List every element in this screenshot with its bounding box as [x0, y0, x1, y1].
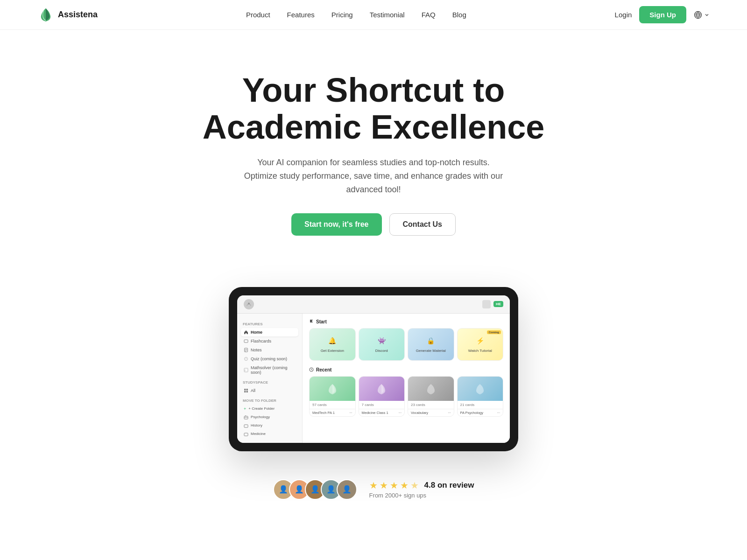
language-selector[interactable]	[694, 11, 710, 19]
discord-icon: 👾	[376, 336, 387, 346]
signup-button[interactable]: Sign Up	[639, 6, 686, 23]
card-thumb-teal	[458, 377, 503, 401]
svg-rect-12	[244, 416, 248, 419]
nav-testimonial[interactable]: Testimonial	[370, 11, 405, 19]
svg-text:?: ?	[246, 357, 247, 360]
more-icon-psych[interactable]: ···	[497, 411, 500, 415]
app-screenshot-wrapper: HE Features Home Flashcards	[0, 287, 747, 451]
study-card-vocabulary[interactable]: 23 cards Vocabulary ···	[408, 376, 454, 417]
logo-text: Assistena	[58, 10, 98, 20]
logo[interactable]: Assistena	[37, 7, 98, 23]
card-footer-vocabulary: Vocabulary ···	[408, 409, 454, 416]
user-badge: HE	[493, 301, 503, 307]
tablet-frame: HE Features Home Flashcards	[229, 287, 518, 451]
flag-icon	[309, 319, 314, 324]
star-4: ★	[400, 480, 409, 491]
reviews-wrapper: 👤 👤 👤 👤 👤 ★ ★ ★ ★ ★ 4.8 on review From 2…	[273, 479, 474, 500]
leaf-icon-green	[326, 382, 339, 395]
recent-section-header: Recent	[309, 367, 503, 372]
watch-tutorial-card[interactable]: Coming ⚡ Watch Tutorial	[457, 328, 504, 361]
logo-icon	[37, 7, 54, 23]
study-card-psychology[interactable]: 21 cards PA Psychology ···	[457, 376, 504, 417]
nav-links: Product Features Pricing Testimonial FAQ…	[246, 11, 466, 19]
get-extension-card[interactable]: 🔔 Get Extension	[309, 328, 356, 361]
leaf-icon-purple	[375, 382, 388, 395]
nav-actions: Login Sign Up	[615, 6, 710, 23]
svg-rect-9	[247, 389, 248, 391]
app-main-area: Start 🔔 Get Extension 👾 Discord 🔒	[303, 314, 510, 443]
leaf-icon-teal	[473, 382, 486, 395]
globe-icon	[694, 11, 702, 19]
reviewer-5: 👤	[337, 479, 357, 500]
extension-icon: 🔔	[327, 336, 338, 346]
svg-rect-10	[244, 391, 246, 392]
hero-section: Your Shortcut to Academic Excellence You…	[0, 30, 747, 264]
more-icon-medicine[interactable]: ···	[399, 411, 402, 415]
nav-pricing[interactable]: Pricing	[331, 11, 353, 19]
review-info: ★ ★ ★ ★ ★ 4.8 on review From 2000+ sign …	[369, 480, 474, 499]
tablet-top-right: HE	[482, 300, 503, 308]
card-footer-medicine: Medicine Class 1 ···	[359, 409, 405, 416]
card-footer-psychology: PA Psychology ···	[458, 409, 503, 416]
generate-material-card[interactable]: 🔒 Generate Material	[408, 328, 454, 361]
settings-icon	[482, 300, 491, 308]
reviewer-avatars: 👤 👤 👤 👤 👤	[273, 479, 357, 500]
sidebar-create-folder[interactable]: + + Create Folder	[241, 405, 298, 413]
card-info-medtech: 57 cards	[310, 401, 355, 409]
action-cards-grid: 🔔 Get Extension 👾 Discord 🔒 Generate Mat…	[309, 328, 503, 361]
sidebar-medicine[interactable]: Medicine	[241, 430, 298, 438]
card-footer-medtech: MedTech PA 1 ···	[310, 409, 355, 416]
hero-buttons: Start now, it's free Contact Us	[291, 213, 456, 236]
chevron-down-icon	[704, 12, 710, 18]
study-card-medicine[interactable]: 7 cards Medicine Class 1 ···	[359, 376, 405, 417]
svg-rect-11	[247, 391, 248, 392]
user-avatar-small	[244, 299, 254, 309]
app-sidebar: Features Home Flashcards Notes ?	[237, 314, 303, 443]
tablet-content: Features Home Flashcards Notes ?	[237, 314, 510, 443]
sidebar-home[interactable]: Home	[241, 328, 298, 336]
review-count: From 2000+ sign ups	[369, 492, 474, 499]
sidebar-history[interactable]: History	[241, 421, 298, 430]
sidebar-quiz: ? Quiz (coming soon)	[241, 355, 298, 363]
sidebar-notes[interactable]: Notes	[241, 346, 298, 354]
svg-rect-14	[244, 433, 248, 436]
tutorial-icon: ⚡	[475, 336, 485, 346]
nav-faq[interactable]: FAQ	[422, 11, 436, 19]
more-icon-vocab[interactable]: ···	[448, 411, 451, 415]
svg-rect-2	[244, 340, 248, 343]
tablet-inner: HE Features Home Flashcards	[237, 295, 510, 443]
study-card-medtech[interactable]: 57 cards MedTech PA 1 ···	[309, 376, 356, 417]
star-5-half: ★	[410, 480, 419, 491]
sidebar-flashcards[interactable]: Flashcards	[241, 337, 298, 345]
studyspace-label: Studyspace	[243, 380, 298, 385]
sidebar-all[interactable]: All	[241, 386, 298, 395]
card-info-vocabulary: 23 cards	[408, 401, 454, 409]
more-icon[interactable]: ···	[349, 411, 352, 415]
nav-product[interactable]: Product	[246, 11, 270, 19]
review-score: 4.8 on review	[424, 481, 474, 490]
card-info-medicine: 7 cards	[359, 401, 405, 409]
start-section-header: Start	[309, 319, 503, 324]
discord-card[interactable]: 👾 Discord	[359, 328, 405, 361]
sidebar-psychology[interactable]: Psychology	[241, 413, 298, 421]
recent-icon	[309, 367, 314, 372]
nav-features[interactable]: Features	[287, 11, 315, 19]
card-thumb-green	[310, 377, 355, 401]
cta-secondary-button[interactable]: Contact Us	[389, 213, 456, 236]
cta-primary-button[interactable]: Start now, it's free	[291, 213, 381, 236]
recent-section: 57 cards MedTech PA 1 ···	[309, 376, 503, 417]
navbar: Assistena Product Features Pricing Testi…	[0, 0, 747, 30]
card-thumb-gray	[408, 377, 454, 401]
card-thumb-purple	[359, 377, 405, 401]
recent-cards-grid: 57 cards MedTech PA 1 ···	[309, 376, 503, 417]
tablet-top-bar: HE	[237, 295, 510, 314]
hero-title: Your Shortcut to Academic Excellence	[203, 72, 544, 146]
hero-subtitle: Your AI companion for seamless studies a…	[243, 156, 504, 196]
coming-badge: Coming	[487, 330, 501, 334]
folder-label: Move to folder	[243, 399, 298, 403]
star-2: ★	[380, 480, 388, 491]
nav-blog[interactable]: Blog	[452, 11, 466, 19]
svg-rect-8	[244, 389, 246, 391]
generate-icon: 🔒	[426, 336, 436, 346]
login-button[interactable]: Login	[615, 11, 632, 19]
